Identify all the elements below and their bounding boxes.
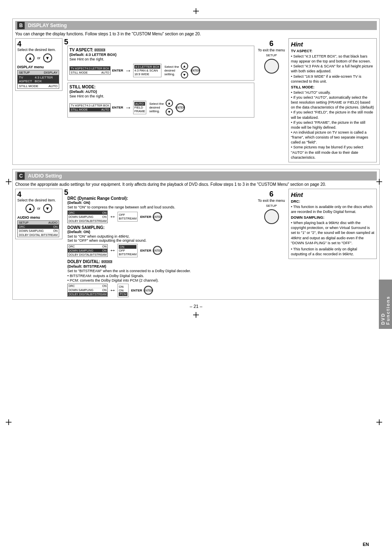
section-b-step4: 4 Select the desired item. ▲ or ▼ DISPLA…	[15, 38, 62, 91]
dvd-functions-tab: DVD Functions	[379, 280, 392, 329]
dolby-digital-block: DOLBY DIGITAL: QUICK (Default: BITSTREAM…	[67, 259, 254, 297]
section-c-title: AUDIO Setting	[28, 173, 62, 179]
section-b-hint: Hint TV ASPECT: • Select "4:3 LETTER BOX…	[288, 38, 377, 162]
enter-btn-still[interactable]: ENTER	[176, 103, 185, 112]
setup-btn-c[interactable]	[264, 209, 279, 224]
hint-b-still-items: • Select "AUTO" usually. • If you select…	[291, 90, 374, 160]
drc-default: (Default: ON)	[67, 201, 254, 205]
section-c-desc: Choose the appropriate audio settings fo…	[15, 182, 377, 187]
step5-b-number: 5	[64, 38, 254, 46]
hint-b-tv-title: TV ASPECT:	[291, 49, 374, 53]
tv-aspect-block: TV ASPECT: QUICK (Default: 4:3 LETTER BO…	[67, 46, 254, 81]
tv-aspect-quick: QUICK	[95, 49, 105, 51]
down-sampling-block: DOWN SAMPLING: (Default: ON) Set to "ON"…	[67, 225, 254, 257]
section-c-step6: 6 To exit the menu SETUP	[256, 189, 287, 227]
section-b-step6: 6 To exit the menu SETUP	[256, 38, 287, 76]
hint-b-tv-items: • Select "4:3 LETTER BOX", so that black…	[291, 54, 374, 84]
down-sampling-default: (Default: ON)	[67, 230, 254, 234]
drc-desc: Set to "ON" to compress the range betwee…	[67, 205, 254, 209]
hint-b-still-title: STILL MODE:	[291, 85, 374, 89]
hint-c-ds-title: DOWN SAMPLING:	[291, 215, 374, 220]
hint-c-drc-items: • This function is available only on the…	[291, 204, 374, 214]
step6-c-number: 6	[257, 190, 286, 199]
right-crosshair-bottom	[376, 419, 382, 426]
section-b-header: B DISPLAY Setting	[15, 21, 377, 30]
section-b-letter: B	[17, 22, 25, 29]
step4-c-number: 4	[17, 191, 60, 198]
up-btn-tv[interactable]: ▲	[181, 62, 188, 70]
section-b-title: DISPLAY Setting	[28, 23, 67, 28]
menu-row2-b: STILL MODE AUTO	[18, 84, 59, 88]
step4-b-number: 4	[17, 40, 60, 48]
left-crosshair-top	[6, 179, 12, 185]
right-crosshair-top	[376, 179, 382, 185]
dolby-title: DOLBY DIGITAL:	[67, 259, 100, 264]
setup-b-label: SETUP	[257, 53, 286, 57]
hint-c-ds-items: • When playing back a 96kHz disc with th…	[291, 220, 374, 257]
section-c-header: C AUDIO Setting	[15, 171, 377, 180]
still-mode-block: STILL MODE: (Default: AUTO) See Hint on …	[67, 83, 254, 118]
step4-b-label: Select the desired item.	[17, 48, 60, 52]
down-sampling-title: DOWN SAMPLING:	[67, 225, 254, 230]
down-btn-tv[interactable]: ▼	[181, 71, 188, 79]
select-desired-tv: Select thedesiredsetting.	[164, 65, 179, 76]
down-btn-still[interactable]: ▼	[166, 108, 173, 116]
en-label: EN	[363, 542, 369, 547]
still-mode-default: (Default: AUTO)	[69, 90, 252, 94]
up-button-b[interactable]: ▲	[25, 53, 35, 62]
hint-b-title: Hint	[291, 41, 374, 48]
drc-title: DRC (Dynamic Range Control):	[67, 196, 254, 201]
section-b-step5: 5 TV ASPECT: QUICK (Default: 4:3 LETTER …	[64, 38, 254, 118]
section-c-hint: Hint DRC: • This function is available o…	[288, 189, 377, 259]
hint-c-title: Hint	[291, 191, 374, 198]
step6-b-label: To exit the menu	[257, 48, 286, 52]
tv-aspect-title: TV ASPECT:	[69, 48, 93, 52]
hint-c-drc-title: DRC:	[291, 199, 374, 204]
enter-btn-tv[interactable]: ENTER	[191, 66, 200, 75]
enter-btn-drc[interactable]: ENTER	[153, 212, 162, 221]
step6-c-label: To exit the menu	[257, 199, 286, 203]
setup-btn-b[interactable]	[264, 59, 279, 74]
drc-block: DRC (Dynamic Range Control): (Default: O…	[67, 196, 254, 223]
tv-aspect-hint: See Hint on the right.	[69, 57, 252, 61]
up-button-c[interactable]: ▲	[25, 204, 35, 213]
down-sampling-desc1: Set to "ON" when outputting in 48kHz.	[67, 234, 254, 238]
enter-label-tv: ENTER	[112, 69, 123, 72]
section-c-step5: 5 DRC (Dynamic Range Control): (Default:…	[64, 189, 254, 297]
section-b: B DISPLAY Setting You can change the dis…	[12, 18, 380, 165]
bottom-crosshair	[12, 312, 380, 318]
audio-menu-label: AUDIO menu	[17, 215, 60, 220]
top-crosshair	[193, 8, 199, 15]
setup-c-label: SETUP	[257, 204, 286, 208]
section-c-step4: 4 Select the desired item. ▲ or ▼ AUDIO …	[15, 189, 62, 239]
still-mode-title: STILL MODE:	[69, 85, 252, 89]
enter-btn-dolby[interactable]: ENTER	[144, 286, 153, 295]
up-btn-still[interactable]: ▲	[166, 99, 173, 107]
section-b-desc: You can change the display functions. Fo…	[15, 32, 377, 36]
down-button-c[interactable]: ▼	[43, 204, 52, 213]
arrow-tv: →	[125, 67, 131, 74]
step5-c-number: 5	[64, 189, 254, 196]
menu-row1-b: TV ASPECT 4:3 LETTER BOX	[18, 75, 59, 84]
step4-c-label: Select the desired item.	[17, 198, 60, 202]
down-button-b[interactable]: ▼	[43, 53, 52, 62]
dolby-default: (Default: BITSTREAM)	[67, 264, 254, 268]
page-number: – 21 –	[190, 304, 203, 309]
left-crosshair-bottom	[6, 419, 12, 426]
dolby-desc: Set to "BITSTREAM" when the unit is conn…	[67, 269, 254, 273]
step6-b-number: 6	[257, 39, 286, 48]
section-c-letter: C	[17, 172, 25, 180]
enter-btn-ds[interactable]: ENTER	[153, 246, 162, 255]
display-menu-label: DISPLAY menu	[17, 65, 60, 69]
still-mode-hint: See Hint on the right.	[69, 94, 252, 98]
dolby-quick: QUICK	[101, 260, 112, 263]
tv-aspect-default: (Default: 4:3 LETTER BOX)	[69, 53, 252, 57]
down-sampling-desc2: Set to "OFF" when outputting the origina…	[67, 238, 254, 243]
section-c: C AUDIO Setting Choose the appropriate a…	[12, 169, 380, 300]
